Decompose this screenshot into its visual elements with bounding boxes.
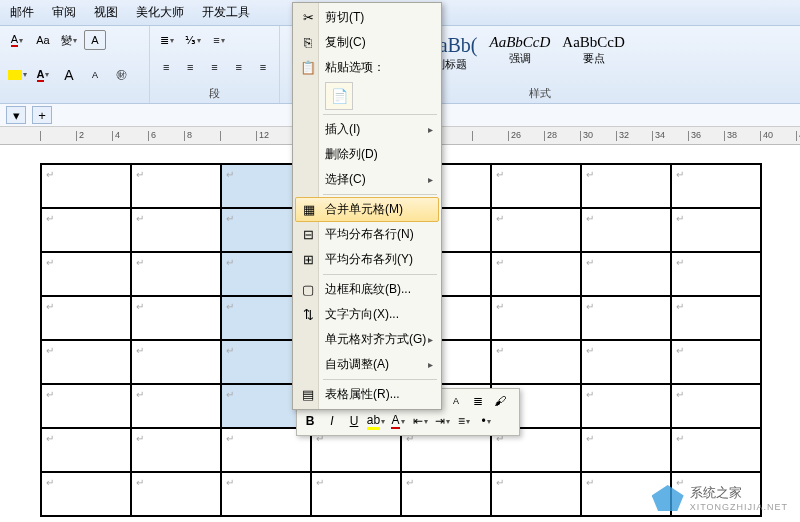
table-cell[interactable]: [671, 164, 761, 208]
phonetic-btn[interactable]: 變: [58, 30, 80, 50]
table-cell[interactable]: [41, 252, 131, 296]
table-cell[interactable]: [41, 384, 131, 428]
table-cell[interactable]: [581, 384, 671, 428]
table-cell[interactable]: [41, 340, 131, 384]
table-cell[interactable]: [131, 164, 221, 208]
table-cell[interactable]: [401, 472, 491, 516]
menu-cell-align[interactable]: 单元格对齐方式(G): [295, 327, 439, 352]
table-cell[interactable]: [491, 296, 581, 340]
table-cell[interactable]: [131, 384, 221, 428]
mini-indent-inc[interactable]: ⇥: [432, 412, 452, 430]
table-cell[interactable]: [131, 472, 221, 516]
distribute-btn[interactable]: ≡: [253, 57, 273, 77]
table-cell[interactable]: [671, 384, 761, 428]
table-cell[interactable]: [671, 252, 761, 296]
table-cell[interactable]: [581, 428, 671, 472]
mini-center[interactable]: ≡: [454, 412, 474, 430]
align-right-btn[interactable]: ≡: [204, 57, 224, 77]
menu-distribute-rows[interactable]: ⊟平均分布各行(N): [295, 222, 439, 247]
grow-font-btn[interactable]: A: [58, 65, 80, 85]
table-cell[interactable]: [491, 164, 581, 208]
tab-review[interactable]: 审阅: [52, 4, 76, 21]
tab-view[interactable]: 视图: [94, 4, 118, 21]
table-cell[interactable]: [581, 164, 671, 208]
table-cell[interactable]: [41, 428, 131, 472]
table-cell[interactable]: [131, 252, 221, 296]
char-border-btn[interactable]: A: [84, 30, 106, 50]
menu-sep-1: [323, 114, 437, 115]
font-color-btn[interactable]: A: [6, 30, 28, 50]
multilevel-btn[interactable]: ≡: [208, 30, 230, 50]
table-cell[interactable]: [131, 208, 221, 252]
menu-cut[interactable]: ✂剪切(T): [295, 5, 439, 30]
style-intense[interactable]: AaBbCcD要点: [562, 34, 625, 66]
copy-icon: ⎘: [299, 34, 317, 52]
mini-indent-dec[interactable]: ⇤: [410, 412, 430, 430]
table-cell[interactable]: [131, 296, 221, 340]
paste-option-keep[interactable]: 📄: [325, 82, 353, 110]
table-cell[interactable]: [491, 208, 581, 252]
table-cell[interactable]: [41, 208, 131, 252]
table-cell[interactable]: [311, 472, 401, 516]
table-cell[interactable]: [491, 252, 581, 296]
enclose-btn[interactable]: ㊖: [110, 65, 132, 85]
tab-developer[interactable]: 开发工具: [202, 4, 250, 21]
tab-beautify[interactable]: 美化大师: [136, 4, 184, 21]
bullets-btn[interactable]: ≣: [156, 30, 178, 50]
table-cell[interactable]: [41, 164, 131, 208]
menu-merge-cells[interactable]: ▦合并单元格(M): [295, 197, 439, 222]
dist-rows-icon: ⊟: [299, 226, 317, 244]
table-cell[interactable]: [131, 340, 221, 384]
change-case-btn[interactable]: Aa: [32, 30, 54, 50]
align-left-btn[interactable]: ≡: [156, 57, 176, 77]
table-cell[interactable]: [581, 208, 671, 252]
mini-italic[interactable]: I: [322, 412, 342, 430]
mini-styles[interactable]: ≣: [468, 392, 488, 410]
table-cell[interactable]: [221, 472, 311, 516]
menu-table-props[interactable]: ▤表格属性(R)...: [295, 382, 439, 407]
table-cell[interactable]: [131, 428, 221, 472]
merge-icon: ▦: [300, 201, 318, 219]
mini-bullets[interactable]: •: [476, 412, 496, 430]
menu-distribute-cols[interactable]: ⊞平均分布各列(Y): [295, 247, 439, 272]
table-cell[interactable]: [41, 472, 131, 516]
table-cell[interactable]: [671, 428, 761, 472]
tab-mail[interactable]: 邮件: [10, 4, 34, 21]
table-cell[interactable]: [491, 472, 581, 516]
table-cell[interactable]: [41, 296, 131, 340]
mini-bold[interactable]: B: [300, 412, 320, 430]
context-menu: ✂剪切(T) ⎘复制(C) 📋粘贴选项： 📄 插入(I) 删除列(D) 选择(C…: [292, 2, 442, 410]
add-btn[interactable]: +: [32, 106, 52, 124]
numbering-btn[interactable]: ⅓: [182, 30, 204, 50]
menu-borders[interactable]: ▢边框和底纹(B)...: [295, 277, 439, 302]
style-emphasis[interactable]: AaBbCcD强调: [490, 34, 551, 66]
paragraph-group: ≣ ⅓ ≡ ≡ ≡ ≡ ≡ ≡ 段: [150, 26, 280, 103]
mini-highlight[interactable]: ab: [366, 412, 386, 430]
menu-autofit[interactable]: 自动调整(A): [295, 352, 439, 377]
paragraph-group-label: 段: [156, 84, 273, 101]
table-cell[interactable]: [581, 296, 671, 340]
table-cell[interactable]: [671, 340, 761, 384]
menu-copy[interactable]: ⎘复制(C): [295, 30, 439, 55]
menu-delete-col[interactable]: 删除列(D): [295, 142, 439, 167]
mini-format-painter[interactable]: 🖌: [490, 392, 510, 410]
highlight-btn[interactable]: [6, 65, 28, 85]
table-cell[interactable]: [671, 208, 761, 252]
table-cell[interactable]: [671, 296, 761, 340]
mini-font-color[interactable]: A: [388, 412, 408, 430]
text-fill-btn[interactable]: A: [32, 65, 54, 85]
shrink-font-btn[interactable]: A: [84, 65, 106, 85]
justify-btn[interactable]: ≡: [229, 57, 249, 77]
mini-shrink-font[interactable]: A: [446, 392, 466, 410]
watermark-icon: [652, 485, 684, 511]
align-center-btn[interactable]: ≡: [180, 57, 200, 77]
menu-select[interactable]: 选择(C): [295, 167, 439, 192]
table-cell[interactable]: [491, 340, 581, 384]
dist-cols-icon: ⊞: [299, 251, 317, 269]
menu-insert[interactable]: 插入(I): [295, 117, 439, 142]
table-cell[interactable]: [581, 340, 671, 384]
mini-underline[interactable]: U: [344, 412, 364, 430]
menu-text-direction[interactable]: ⇅文字方向(X)...: [295, 302, 439, 327]
table-cell[interactable]: [581, 252, 671, 296]
expand-btn[interactable]: ▾: [6, 106, 26, 124]
